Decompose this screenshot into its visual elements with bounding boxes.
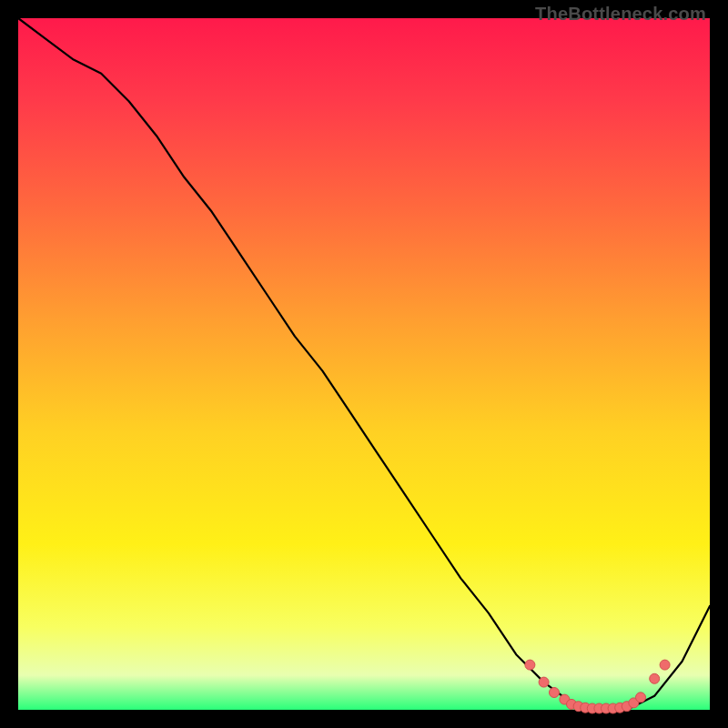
- marker-dot: [650, 673, 660, 683]
- bottleneck-curve: [18, 18, 710, 710]
- plot-svg: [18, 18, 710, 710]
- marker-dot: [539, 677, 549, 687]
- chart-stage: TheBottleneck.com: [0, 0, 728, 728]
- marker-dot: [660, 660, 670, 670]
- marker-dot: [550, 688, 560, 698]
- marker-dot: [525, 660, 535, 670]
- marker-dots: [525, 660, 670, 713]
- watermark-text: TheBottleneck.com: [535, 4, 706, 25]
- marker-dot: [636, 693, 646, 703]
- plot-area: [18, 18, 710, 710]
